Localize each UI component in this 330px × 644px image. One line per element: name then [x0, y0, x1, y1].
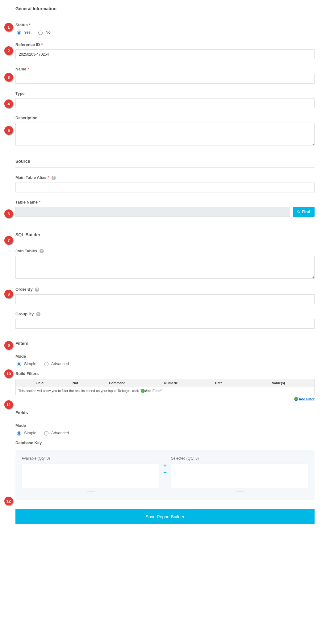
remove-selected-button[interactable]: − — [163, 470, 167, 475]
plus-icon: + — [141, 389, 145, 393]
filters-mode-label: Mode — [15, 354, 315, 359]
status-no-radio[interactable] — [38, 31, 43, 35]
help-icon[interactable]: ? — [36, 312, 40, 316]
join-tables-label: Join Tables ? — [15, 249, 315, 254]
description-label: Description — [15, 116, 315, 120]
status-yes-radio[interactable] — [17, 31, 21, 35]
fields-mode-simple-radio[interactable] — [17, 431, 21, 436]
orderby-label: Order By ? — [15, 287, 315, 292]
available-label: Available (Qty: 0) — [22, 456, 159, 461]
refid-input[interactable] — [15, 49, 315, 59]
status-label: Status* — [15, 23, 315, 27]
annotation-marker: 7 — [4, 236, 13, 245]
main-table-alias-input[interactable] — [15, 183, 315, 192]
database-key-label: Database Key — [15, 440, 315, 445]
fields-mode-label: Mode — [15, 423, 315, 428]
annotation-marker: 10 — [4, 369, 13, 378]
name-input[interactable] — [15, 74, 315, 84]
available-list[interactable] — [22, 464, 159, 488]
add-filter-link[interactable]: + Add Filter — [294, 397, 315, 401]
filters-mode-simple-radio[interactable] — [17, 362, 21, 366]
col-command: Command — [87, 379, 147, 387]
refid-label: Reference ID* — [15, 42, 315, 47]
find-button-label: Find — [302, 209, 310, 214]
find-button[interactable]: Find — [293, 207, 315, 217]
col-not: Not — [63, 379, 87, 387]
database-key-panel: Available (Qty: 0) ═══ + − Selected (Qty… — [15, 450, 315, 500]
description-textarea[interactable] — [15, 123, 315, 145]
section-title-general: General Information — [15, 6, 315, 15]
annotation-marker: 11 — [4, 400, 13, 409]
help-icon[interactable]: ? — [40, 249, 44, 253]
fields-mode-simple[interactable]: Simple — [15, 430, 36, 436]
fields-mode-advanced-radio[interactable] — [44, 431, 48, 436]
help-icon[interactable]: ? — [52, 176, 56, 180]
drag-handle-icon[interactable]: ═══ — [171, 489, 308, 494]
groupby-label: Group By ? — [15, 312, 315, 317]
section-title-filters: Filters — [15, 341, 315, 350]
table-name-input[interactable] — [15, 207, 290, 217]
orderby-input[interactable] — [15, 294, 315, 304]
col-values: Value(s) — [243, 379, 314, 387]
selected-list[interactable] — [171, 464, 308, 488]
status-yes-option[interactable]: Yes — [15, 30, 31, 35]
filters-mode-advanced[interactable]: Advanced — [43, 361, 69, 366]
filters-mode-simple[interactable]: Simple — [15, 361, 36, 366]
selected-label: Selected (Qty: 0) — [171, 456, 308, 461]
filters-empty-row: This section will allow you to filter th… — [16, 387, 315, 395]
type-label: Type — [15, 91, 315, 96]
annotation-marker: 3 — [4, 73, 13, 82]
name-label: Name* — [15, 67, 315, 71]
status-no-option[interactable]: No — [37, 30, 51, 35]
main-table-alias-label: Main Table Alias* ? — [15, 175, 315, 180]
build-filters-label: Build Filters — [15, 371, 315, 376]
status-no-text: No — [45, 30, 51, 35]
col-field: Field — [16, 379, 64, 387]
drag-handle-icon[interactable]: ═══ — [22, 489, 159, 494]
section-title-fields: Fields — [15, 410, 315, 419]
fields-mode-advanced[interactable]: Advanced — [43, 430, 69, 436]
add-selected-button[interactable]: + — [163, 462, 167, 468]
filters-mode-advanced-radio[interactable] — [44, 362, 48, 366]
section-title-source: Source — [15, 159, 315, 168]
type-input[interactable] — [15, 98, 315, 108]
plus-icon: + — [294, 397, 298, 401]
search-icon — [297, 210, 301, 214]
save-report-builder-button[interactable]: Save Report Builder — [15, 509, 315, 524]
status-yes-text: Yes — [24, 30, 31, 35]
annotation-marker: 5 — [4, 126, 13, 135]
col-date: Date — [195, 379, 243, 387]
section-title-sql: SQL Builder — [15, 232, 315, 241]
annotation-marker: 2 — [4, 46, 13, 55]
filters-table: Field Not Command Numeric Date Value(s) … — [15, 379, 315, 395]
annotation-marker: 1 — [4, 23, 13, 32]
groupby-input[interactable] — [15, 319, 315, 329]
help-icon[interactable]: ? — [35, 288, 39, 292]
annotation-marker: 8 — [4, 290, 13, 298]
col-numeric: Numeric — [147, 379, 195, 387]
annotation-marker: 6 — [4, 209, 13, 218]
annotation-marker: 12 — [4, 497, 13, 505]
table-name-label: Table Name* — [15, 200, 315, 204]
annotation-marker: 4 — [4, 99, 13, 108]
join-tables-textarea[interactable] — [15, 256, 315, 279]
annotation-marker: 9 — [4, 341, 13, 350]
